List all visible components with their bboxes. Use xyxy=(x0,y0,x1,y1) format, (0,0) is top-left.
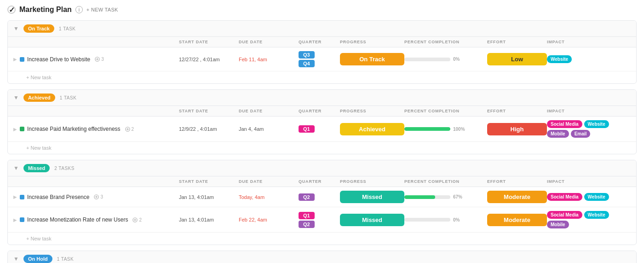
add-task-row: + New task xyxy=(8,71,636,83)
progress-bar-wrap xyxy=(404,127,450,131)
start-date-cell: Jan 13, 4:01am xyxy=(179,194,239,200)
quarter-cell: Q1 xyxy=(299,125,340,133)
impact-tag: Social Media xyxy=(547,193,582,201)
add-task-row: + New task xyxy=(8,233,636,245)
table-row: ▶ Increase Monetization Rate of new User… xyxy=(8,207,636,233)
section-missed: ▼ Missed 2 TASKS START DATEDUE DATEQUART… xyxy=(7,160,637,245)
status-badge-achieved: Achieved xyxy=(23,94,55,102)
col-header-on-track-0 xyxy=(13,40,179,44)
col-header-missed-3: QUARTER xyxy=(299,179,340,184)
quarter-badge: Q2 xyxy=(299,221,315,228)
quarter-badge: Q3 xyxy=(299,51,315,58)
impact-tag: Website xyxy=(547,55,572,63)
section-chevron-missed[interactable]: ▼ xyxy=(13,165,19,171)
progress-badge: Achieved xyxy=(340,123,404,135)
section-achieved: ▼ Achieved 1 TASK START DATEDUE DATEQUAR… xyxy=(7,89,637,154)
percent-text: 0% xyxy=(453,217,460,222)
task-color-dot xyxy=(20,217,24,222)
info-icon[interactable]: i xyxy=(75,6,83,13)
task-name: Increase Monetization Rate of new Users xyxy=(27,216,128,223)
col-header-missed-7: IMPACT xyxy=(547,179,631,184)
subtask-count: 2 xyxy=(132,217,142,222)
add-task-link[interactable]: + New task xyxy=(13,145,52,151)
col-header-missed-2: DUE DATE xyxy=(239,179,299,184)
section-chevron-achieved[interactable]: ▼ xyxy=(13,94,19,101)
effort-badge: Moderate xyxy=(487,191,547,203)
impact-tag: Social Media xyxy=(547,120,582,128)
add-task-link[interactable]: + New task xyxy=(13,236,52,241)
impact-tag: Mobile xyxy=(547,221,569,228)
col-header-achieved-7: IMPACT xyxy=(547,109,631,113)
expand-arrow[interactable]: ▶ xyxy=(13,127,17,132)
col-header-on-track-6: EFFORT xyxy=(487,40,547,44)
task-count-achieved: 1 TASK xyxy=(60,95,77,100)
section-header-missed: ▼ Missed 2 TASKS xyxy=(8,160,636,176)
section-chevron-on-hold[interactable]: ▼ xyxy=(13,256,19,262)
effort-cell: High xyxy=(487,123,547,135)
col-header-on-track-1: START DATE xyxy=(179,40,239,44)
impact-cell: Social MediaWebsiteMobile xyxy=(547,211,631,228)
table-row: ▶ Increase Brand Presence 3 Jan 13, 4:01… xyxy=(8,187,636,207)
percent-text: 100% xyxy=(453,127,465,132)
col-header-missed-6: EFFORT xyxy=(487,179,547,184)
percent-cell: 67% xyxy=(404,194,487,199)
effort-cell: Moderate xyxy=(487,214,547,226)
col-header-achieved-6: EFFORT xyxy=(487,109,547,113)
section-header-on-hold: ▼ On Hold 1 TASK xyxy=(8,251,636,263)
start-date-cell: Jan 13, 4:01am xyxy=(179,217,239,222)
section-on-track: ▼ On Track 1 TASK START DATEDUE DATEQUAR… xyxy=(7,20,637,84)
col-header-missed-0 xyxy=(13,179,179,184)
progress-cell: Missed xyxy=(340,214,404,226)
col-header-missed-5: PERCENT COMPLETION xyxy=(404,179,487,184)
col-header-on-track-2: DUE DATE xyxy=(239,40,299,44)
impact-tag: Website xyxy=(584,211,609,219)
col-header-missed-4: PROGRESS xyxy=(340,179,404,184)
col-headers-missed: START DATEDUE DATEQUARTERPROGRESSPERCENT… xyxy=(8,176,636,187)
new-task-button[interactable]: + NEW TASK xyxy=(86,7,118,12)
progress-badge: On Track xyxy=(340,53,404,65)
impact-tag: Mobile xyxy=(547,130,569,138)
add-task-row: + New task xyxy=(8,142,636,154)
progress-bar-fill xyxy=(404,195,435,199)
task-count-missed: 2 TASKS xyxy=(54,166,75,171)
add-task-link[interactable]: + New task xyxy=(13,75,52,80)
task-name: Increase Brand Presence xyxy=(27,194,89,200)
section-header-on-track: ▼ On Track 1 TASK xyxy=(8,21,636,37)
col-header-achieved-0 xyxy=(13,109,179,113)
status-badge-on-hold: On Hold xyxy=(23,255,52,263)
expand-arrow[interactable]: ▶ xyxy=(13,194,17,199)
marketing-plan-page: ✓ Marketing Plan i + NEW TASK ▼ On Track… xyxy=(0,0,644,263)
col-header-missed-1: START DATE xyxy=(179,179,239,184)
impact-cell: Social MediaWebsite xyxy=(547,193,631,201)
page-title: Marketing Plan xyxy=(19,6,72,14)
task-count-on-hold: 1 TASK xyxy=(57,257,74,262)
progress-cell: Achieved xyxy=(340,123,404,135)
task-name: Increase Drive to Website xyxy=(27,56,90,63)
section-chevron-on-track[interactable]: ▼ xyxy=(13,25,19,32)
status-badge-on-track: On Track xyxy=(23,24,54,33)
progress-bar-wrap xyxy=(404,58,450,61)
effort-badge: High xyxy=(487,123,547,135)
task-name-cell: ▶ Increase Brand Presence 3 xyxy=(13,194,179,200)
page-header: ✓ Marketing Plan i + NEW TASK xyxy=(7,6,637,14)
impact-cell: Website xyxy=(547,55,631,63)
expand-arrow[interactable]: ▶ xyxy=(13,57,17,62)
expand-arrow[interactable]: ▶ xyxy=(13,217,17,222)
col-header-achieved-4: PROGRESS xyxy=(340,109,404,113)
status-badge-missed: Missed xyxy=(23,164,50,172)
col-header-achieved-5: PERCENT COMPLETION xyxy=(404,109,487,113)
quarter-cell: Q3Q4 xyxy=(299,51,340,67)
progress-badge: Missed xyxy=(340,191,404,203)
due-date-cell: Feb 11, 4am xyxy=(239,57,299,62)
effort-badge: Low xyxy=(487,53,547,65)
task-color-dot xyxy=(20,195,24,199)
progress-badge: Missed xyxy=(340,214,404,226)
task-name-cell: ▶ Increase Monetization Rate of new User… xyxy=(13,216,179,223)
percent-text: 67% xyxy=(453,194,462,199)
col-header-on-track-5: PERCENT COMPLETION xyxy=(404,40,487,44)
col-header-achieved-3: QUARTER xyxy=(299,109,340,113)
page-check-icon[interactable]: ✓ xyxy=(7,6,16,14)
effort-cell: Moderate xyxy=(487,191,547,203)
progress-cell: On Track xyxy=(340,53,404,65)
progress-bar-wrap xyxy=(404,218,450,222)
